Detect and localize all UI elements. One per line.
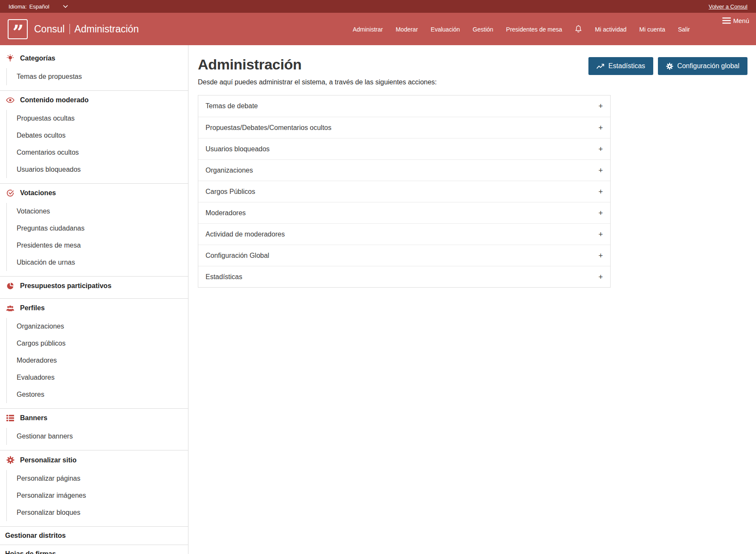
sidebar-section-label: Presupuestos participativos [20,282,111,290]
accordion-row-cargos-publicos[interactable]: Cargos Públicos + [198,181,610,202]
expand-plus-icon[interactable]: + [598,188,603,196]
sidebar-section-label: Contenido moderado [20,96,89,104]
expand-plus-icon[interactable]: + [598,167,603,174]
sidebar-item-moderadores[interactable]: Moderadores [7,352,188,369]
nav-presidentes-de-mesa[interactable]: Presidentes de mesa [506,26,562,32]
expand-plus-icon[interactable]: + [598,102,603,110]
gear-icon [666,63,673,70]
statistics-button[interactable]: Estadísticas [588,57,653,75]
consul-logo[interactable]: ” [8,19,28,39]
sidebar-item-cargos-publicos[interactable]: Cargos públicos [7,335,188,352]
sidebar-item-votaciones[interactable]: Votaciones [7,203,188,220]
sidebar-item-personalizar-paginas[interactable]: Personalizar páginas [7,470,188,487]
sidebar-item-personalizar-imagenes[interactable]: Personalizar imágenes [7,487,188,504]
nav-administrar[interactable]: Administrar [353,26,383,32]
header-actions: Estadísticas Configuración global [588,57,747,75]
expand-plus-icon[interactable]: + [598,124,603,132]
sidebar-section-gestionar-distritos[interactable]: Gestionar distritos [0,527,188,545]
sidebar-item-personalizar-bloques[interactable]: Personalizar bloques [7,504,188,521]
sidebar-section-categorias[interactable]: Categorías [0,49,188,67]
pie-chart-icon [6,282,14,290]
sidebar-item-gestionar-banners[interactable]: Gestionar banners [7,428,188,445]
accordion-row-usuarios-bloqueados[interactable]: Usuarios bloqueados + [198,138,610,159]
sidebar-section-banners[interactable]: Banners [0,409,188,427]
lightbulb-icon [6,54,14,62]
sidebar-item-ubicacion-de-urnas[interactable]: Ubicación de urnas [7,254,188,271]
accordion-row-label: Temas de debate [206,102,258,110]
expand-plus-icon[interactable]: + [598,252,603,260]
sidebar-item-comentarios-ocultos[interactable]: Comentarios ocultos [7,144,188,161]
sidebar-section-personalizar-sitio[interactable]: Personalizar sitio [0,450,188,469]
sidebar-section-label: Banners [20,414,47,422]
users-icon [6,305,14,312]
statistics-button-label: Estadísticas [608,62,645,70]
admin-header: ” Consul Administración Administrar Mode… [0,13,756,45]
sidebar-section-presupuestos-participativos[interactable]: Presupuestos participativos [0,277,188,295]
sidebar-section-label: Gestionar distritos [5,532,66,540]
back-to-consul-link[interactable]: Volver a Consul [709,3,747,10]
accordion-row-label: Actividad de moderadores [206,231,285,238]
sidebar-section-label: Votaciones [20,189,56,197]
sidebar-item-gestores[interactable]: Gestores [7,386,188,403]
menu-button[interactable]: Menú [722,17,749,24]
sidebar-section-votaciones[interactable]: Votaciones [0,184,188,202]
page-title: Administración [198,56,437,73]
accordion-row-temas-de-debate[interactable]: Temas de debate + [198,95,610,117]
nav-moderar[interactable]: Moderar [396,26,418,32]
language-value: Español [29,3,49,10]
expand-plus-icon[interactable]: + [598,209,603,217]
accordion-row-actividad-de-moderadores[interactable]: Actividad de moderadores + [198,223,610,245]
admin-main: Administración Desde aquí puedes adminis… [188,45,756,554]
expand-plus-icon[interactable]: + [598,273,603,281]
accordion-row-label: Configuración Global [206,252,269,260]
nav-mi-actividad[interactable]: Mi actividad [595,26,626,32]
sidebar-section-label: Categorías [20,55,55,62]
sidebar-item-temas-de-propuestas[interactable]: Temas de propuestas [7,68,188,85]
accordion-row-ocultos[interactable]: Propuestas/Debates/Comentarios ocultos + [198,117,610,138]
sidebar-section-perfiles[interactable]: Perfiles [0,299,188,317]
accordion-row-label: Moderadores [206,209,246,217]
eye-icon [6,97,14,103]
accordion-row-estadisticas[interactable]: Estadísticas + [198,266,610,287]
nav-gestion[interactable]: Gestión [473,26,493,32]
expand-plus-icon[interactable]: + [598,231,603,238]
sidebar-item-evaluadores[interactable]: Evaluadores [7,369,188,386]
list-icon [6,415,14,421]
language-label: Idioma: [9,3,27,10]
global-settings-button[interactable]: Configuración global [658,57,747,75]
sidebar-item-usuarios-bloqueados[interactable]: Usuarios bloqueados [7,161,188,178]
sidebar-section-label: Personalizar sitio [20,456,77,464]
nav-evaluacion[interactable]: Evaluación [431,26,460,32]
language-dropdown[interactable]: Idioma: Español [9,3,68,10]
nav-salir[interactable]: Salir [678,26,690,32]
sidebar-item-organizaciones[interactable]: Organizaciones [7,318,188,335]
accordion-row-configuracion-global[interactable]: Configuración Global + [198,245,610,266]
sidebar-section-label: Hojas de firmas [5,550,56,554]
sidebar-item-debates-ocultos[interactable]: Debates ocultos [7,127,188,144]
accordion-row-organizaciones[interactable]: Organizaciones + [198,159,610,181]
accordion-row-label: Organizaciones [206,167,253,174]
accordion-row-label: Propuestas/Debates/Comentarios ocultos [206,124,331,132]
gear-icon [6,456,14,464]
quotes-logo-icon: ” [12,20,23,38]
sidebar-section-contenido-moderado[interactable]: Contenido moderado [0,91,188,109]
nav-mi-cuenta[interactable]: Mi cuenta [639,26,665,32]
bell-icon [575,25,582,33]
accordion-row-label: Cargos Públicos [206,188,255,196]
header-title: Consul Administración [34,23,139,35]
sidebar-item-propuestas-ocultas[interactable]: Propuestas ocultas [7,110,188,127]
accordion-row-label: Usuarios bloqueados [206,145,269,153]
check-circle-icon [6,189,14,197]
brand-text: Consul [34,23,65,35]
accordion-row-label: Estadísticas [206,273,242,281]
admin-sidebar: Categorías Temas de propuestas Contenido… [0,45,188,554]
sidebar-item-presidentes-de-mesa[interactable]: Presidentes de mesa [7,237,188,254]
notifications-link[interactable] [575,25,582,33]
sidebar-section-hojas-de-firmas[interactable]: Hojas de firmas [0,545,188,554]
admin-actions-accordion: Temas de debate + Propuestas/Debates/Com… [198,95,611,288]
menu-label: Menú [733,17,749,24]
accordion-row-moderadores[interactable]: Moderadores + [198,202,610,223]
chevron-down-icon [63,5,68,8]
sidebar-item-preguntas-ciudadanas[interactable]: Preguntas ciudadanas [7,220,188,237]
expand-plus-icon[interactable]: + [598,145,603,153]
